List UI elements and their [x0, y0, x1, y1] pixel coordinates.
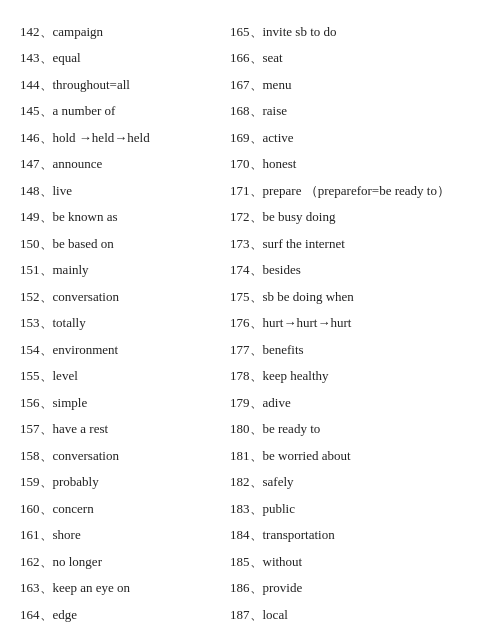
vocab-term: be busy doing: [263, 207, 336, 227]
list-item: 157、have a rest: [20, 416, 230, 443]
vocab-term: announce: [53, 154, 103, 174]
list-item: 149、be known as: [20, 204, 230, 231]
vocab-number: 147、: [20, 154, 53, 174]
vocab-number: 158、: [20, 446, 53, 466]
vocab-number: 153、: [20, 313, 53, 333]
list-item: 169、active: [230, 124, 480, 151]
list-item: 175、sb be doing when: [230, 283, 480, 310]
vocab-number: 146、: [20, 128, 53, 148]
list-item: 182、safely: [230, 469, 480, 496]
vocab-term: level: [53, 366, 78, 386]
vocab-term: raise: [263, 101, 288, 121]
list-item: 159、probably: [20, 469, 230, 496]
vocab-term: hold →held→held: [53, 128, 150, 148]
list-item: 160、concern: [20, 495, 230, 522]
vocab-term: invite sb to do: [263, 22, 337, 42]
vocab-term: environment: [53, 340, 119, 360]
vocab-term: keep healthy: [263, 366, 329, 386]
vocab-term: conversation: [53, 287, 119, 307]
vocab-number: 148、: [20, 181, 53, 201]
list-item: 171、prepare （preparefor=be ready to）: [230, 177, 480, 204]
vocab-number: 178、: [230, 366, 263, 386]
list-item: 155、level: [20, 363, 230, 390]
vocab-number: 182、: [230, 472, 263, 492]
vocab-term: active: [263, 128, 294, 148]
vocab-term: totally: [53, 313, 86, 333]
vocab-number: 157、: [20, 419, 53, 439]
list-item: 178、keep healthy: [230, 363, 480, 390]
vocab-number: 175、: [230, 287, 263, 307]
vocab-term: prepare （preparefor=be ready to）: [263, 181, 450, 201]
list-item: 187、local: [230, 601, 480, 628]
list-item: 152、conversation: [20, 283, 230, 310]
vocab-number: 144、: [20, 75, 53, 95]
vocab-number: 152、: [20, 287, 53, 307]
left-column: 142、campaign143、equal144、throughout=all1…: [20, 18, 230, 628]
vocab-number: 149、: [20, 207, 53, 227]
list-item: 183、public: [230, 495, 480, 522]
list-item: 151、mainly: [20, 257, 230, 284]
vocab-term: keep an eye on: [53, 578, 131, 598]
vocab-term: simple: [53, 393, 88, 413]
vocab-number: 177、: [230, 340, 263, 360]
vocab-number: 167、: [230, 75, 263, 95]
vocabulary-list: 142、campaign143、equal144、throughout=all1…: [0, 0, 500, 637]
vocab-number: 161、: [20, 525, 53, 545]
vocab-term: surf the internet: [263, 234, 345, 254]
vocab-term: probably: [53, 472, 99, 492]
list-item: 172、be busy doing: [230, 204, 480, 231]
vocab-number: 159、: [20, 472, 53, 492]
vocab-number: 165、: [230, 22, 263, 42]
vocab-term: benefits: [263, 340, 304, 360]
list-item: 173、surf the internet: [230, 230, 480, 257]
list-item: 181、be worried about: [230, 442, 480, 469]
vocab-number: 183、: [230, 499, 263, 519]
list-item: 167、menu: [230, 71, 480, 98]
vocab-number: 154、: [20, 340, 53, 360]
list-item: 166、seat: [230, 45, 480, 72]
list-item: 170、honest: [230, 151, 480, 178]
list-item: 145、a number of: [20, 98, 230, 125]
list-item: 143、equal: [20, 45, 230, 72]
vocab-term: be known as: [53, 207, 118, 227]
vocab-term: be based on: [53, 234, 114, 254]
list-item: 179、adive: [230, 389, 480, 416]
list-item: 163、keep an eye on: [20, 575, 230, 602]
vocab-number: 164、: [20, 605, 53, 625]
vocab-number: 160、: [20, 499, 53, 519]
vocab-number: 170、: [230, 154, 263, 174]
vocab-number: 184、: [230, 525, 263, 545]
vocab-term: besides: [263, 260, 301, 280]
list-item: 165、invite sb to do: [230, 18, 480, 45]
list-item: 176、hurt→hurt→hurt: [230, 310, 480, 337]
vocab-term: have a rest: [53, 419, 109, 439]
vocab-number: 150、: [20, 234, 53, 254]
list-item: 185、without: [230, 548, 480, 575]
vocab-term: throughout=all: [53, 75, 130, 95]
list-item: 162、no longer: [20, 548, 230, 575]
vocab-number: 168、: [230, 101, 263, 121]
list-item: 180、be ready to: [230, 416, 480, 443]
vocab-term: safely: [263, 472, 294, 492]
vocab-term: transportation: [263, 525, 335, 545]
vocab-number: 172、: [230, 207, 263, 227]
vocab-number: 156、: [20, 393, 53, 413]
vocab-term: provide: [263, 578, 303, 598]
vocab-number: 163、: [20, 578, 53, 598]
vocab-term: menu: [263, 75, 292, 95]
vocab-term: conversation: [53, 446, 119, 466]
vocab-term: shore: [53, 525, 81, 545]
vocab-term: no longer: [53, 552, 102, 572]
vocab-number: 174、: [230, 260, 263, 280]
vocab-number: 166、: [230, 48, 263, 68]
list-item: 148、live: [20, 177, 230, 204]
list-item: 184、transportation: [230, 522, 480, 549]
vocab-term: public: [263, 499, 296, 519]
list-item: 153、totally: [20, 310, 230, 337]
vocab-number: 162、: [20, 552, 53, 572]
vocab-term: seat: [263, 48, 283, 68]
vocab-number: 142、: [20, 22, 53, 42]
vocab-term: concern: [53, 499, 94, 519]
vocab-number: 179、: [230, 393, 263, 413]
list-item: 177、benefits: [230, 336, 480, 363]
